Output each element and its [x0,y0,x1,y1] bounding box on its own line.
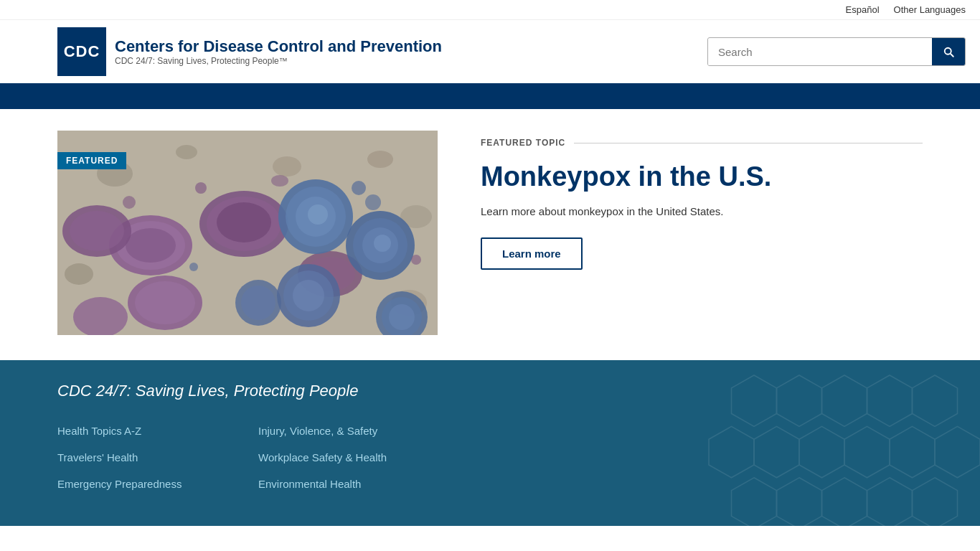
cdc-logo-box: CDC [57,27,106,76]
svg-point-43 [271,175,288,187]
other-languages-link[interactable]: Other Languages [894,4,966,15]
svg-point-42 [123,196,136,209]
svg-point-35 [389,304,415,330]
footer-link-travelers[interactable]: Travelers' Health [57,444,258,471]
svg-point-39 [352,181,366,195]
svg-point-38 [195,182,207,194]
svg-point-25 [308,204,328,225]
logo-area: CDC Centers for Disease Control and Prev… [57,27,442,76]
svg-point-37 [241,286,275,320]
footer-links-grid: Health Topics A-Z Injury, Violence, & Sa… [57,418,923,497]
svg-point-40 [411,255,421,265]
svg-point-5 [367,151,393,168]
footer-link-emergency[interactable]: Emergency Preparedness [57,471,258,497]
search-box [707,37,966,66]
footer-link-environmental[interactable]: Environmental Health [258,471,473,497]
svg-point-3 [176,145,197,159]
search-area [707,37,966,66]
svg-marker-55 [935,426,980,477]
espanol-link[interactable]: Español [846,4,880,15]
search-input[interactable] [708,39,932,65]
svg-point-44 [365,194,381,210]
svg-point-29 [374,235,391,252]
svg-point-7 [65,263,93,285]
featured-topic-title: Monkeypox in the U.S. [481,161,923,194]
featured-topic-label-text: FEATURED TOPIC [481,138,565,148]
featured-topic-label-row: FEATURED TOPIC [481,138,923,148]
featured-topic-section: FEATURED TOPIC Monkeypox in the U.S. Lea… [481,131,923,339]
logo-text-area: Centers for Disease Control and Preventi… [115,37,442,66]
svg-point-41 [189,263,198,271]
svg-point-32 [293,280,324,311]
search-icon [942,45,955,58]
cdc-logo-text: CDC [64,42,100,61]
svg-point-14 [217,202,271,242]
featured-topic-description: Learn more about monkeypox in the United… [481,205,923,217]
footer-link-workplace[interactable]: Workplace Safety & Health [258,444,473,471]
org-name: Centers for Disease Control and Preventi… [115,37,442,56]
nav-bar [0,83,980,109]
svg-point-4 [273,156,301,176]
search-button[interactable] [932,38,965,65]
svg-point-16 [135,281,195,324]
svg-point-11 [126,228,176,263]
footer-link-health-topics[interactable]: Health Topics A-Z [57,418,258,444]
header: CDC Centers for Disease Control and Prev… [0,20,980,83]
featured-topic-divider [574,143,923,143]
header-tagline: CDC 24/7: Saving Lives, Protecting Peopl… [115,56,442,66]
top-bar: Español Other Languages [0,0,980,20]
featured-image-area: FEATURED [57,131,438,339]
learn-more-button[interactable]: Learn more [481,237,583,270]
svg-point-18 [70,211,124,251]
featured-badge: FEATURED [57,152,126,169]
footer-section: CDC 24/7: Saving Lives, Protecting Peopl… [0,360,980,526]
main-content: FEATURED [0,109,980,360]
footer-link-injury[interactable]: Injury, Violence, & Safety [258,418,473,444]
